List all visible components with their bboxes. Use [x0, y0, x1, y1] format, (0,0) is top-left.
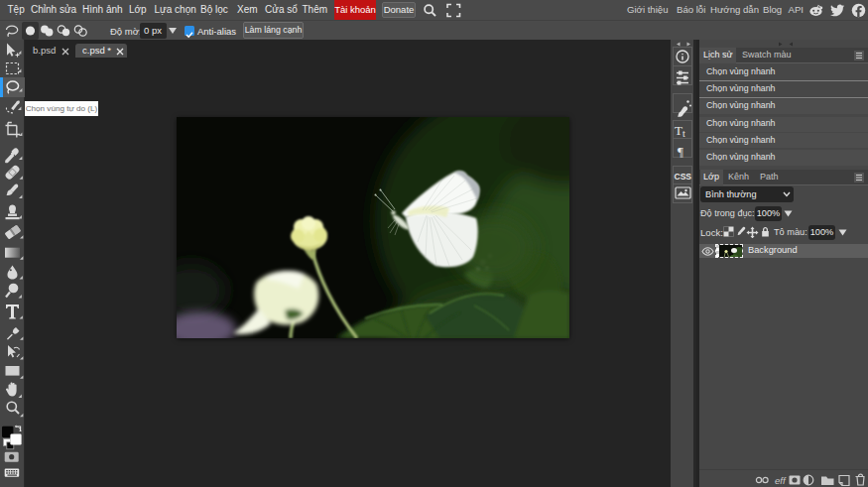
- svg-text:CSS: CSS: [675, 172, 692, 182]
- svg-text:T: T: [675, 123, 682, 138]
- svg-text:eff: eff: [775, 475, 787, 486]
- svg-text:t: t: [682, 128, 685, 139]
- svg-text:¶: ¶: [678, 144, 683, 159]
